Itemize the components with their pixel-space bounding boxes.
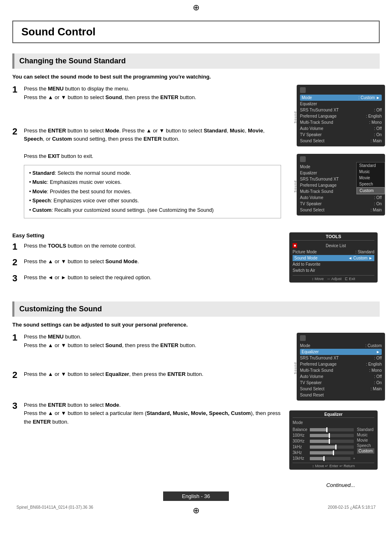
tools-panel-wrapper: TOOLS ■ Device List Picture Mode : Stand… [289, 232, 380, 285]
eq-3khz-fill [310, 451, 334, 454]
panel1-icon1 [300, 87, 306, 93]
easy-setting-content: Easy Setting 1 Press the TOOLS button on… [12, 232, 380, 289]
s2-step2-text: Press the ▲ or ▼ button to select Equali… [24, 370, 203, 380]
eq-mode-label: Mode [293, 419, 374, 426]
eq-300hz-fill [310, 440, 330, 443]
step1-bold1: MENU [48, 86, 64, 92]
footer-bar: English - 36 [163, 491, 229, 501]
eq-300hz-row: 300Hz [293, 438, 355, 444]
panel3-sound-row: Sound Select : Main [300, 386, 382, 392]
step2-text: Press the ENTER button to select Mode. P… [24, 127, 281, 223]
eq-balance-label: Balance [293, 427, 308, 432]
section2-text: 1 Press the MENU button. Press the ▲ or … [12, 333, 281, 432]
mode-option-movie: Movie [357, 175, 385, 181]
eq-sliders: Balance 100Hz [293, 427, 355, 461]
tv-panel3: Mode : Custom Equalizer ► SRS TruSurroun… [297, 333, 385, 401]
bullet-box: Standard: Selects the normal sound mode.… [24, 165, 281, 219]
tools-add-favorite: Add to Favorite [293, 261, 374, 267]
eq-1khz-row: 1kHz [293, 444, 355, 450]
easy-step3-num: 3 [12, 273, 20, 283]
panel1-row-sound: Sound Select : Main [300, 138, 382, 144]
tools-title: TOOLS [293, 234, 374, 241]
panel3-eq-row: Equalizer ► [300, 349, 382, 355]
section1-title: Changing the Sound Standard [19, 57, 126, 65]
section1-step2: 2 Press the ENTER button to select Mode.… [12, 127, 281, 223]
tools-device-icon: ■ [293, 243, 297, 248]
eq-1khz-label: 1kHz [293, 445, 308, 449]
tools-sound-mode: Sound Mode ◄ Custom ► [293, 255, 374, 261]
continued-text: Continued... [12, 482, 380, 488]
section-customizing-sound: Customizing the Sound The sound settings… [12, 301, 380, 470]
panel3-icons [300, 335, 382, 341]
panel1-row-multi: Multi-Track Sound : Mono [300, 119, 382, 125]
eq-300hz-bar [310, 440, 354, 443]
step1-num: 1 [12, 85, 20, 102]
eq-opt-movie: Movie [357, 438, 374, 443]
panel1-icons [300, 87, 382, 93]
mode-option-standard: Standard [357, 162, 385, 169]
easy-setting-text: Easy Setting 1 Press the TOOLS button on… [12, 232, 281, 289]
easy-setting: Easy Setting 1 Press the TOOLS button on… [12, 232, 380, 289]
page-title: Sound Control [21, 25, 96, 38]
panel1-mode-row: Mode : Custom ► [300, 95, 382, 101]
eq-10khz-label: 10kHz [293, 456, 308, 461]
eq-balance-handle [326, 427, 327, 432]
eq-100hz-fill [310, 434, 330, 437]
panel2-icon1 [300, 156, 306, 162]
section2-step3: 3 Press the ENTER button to select Mode.… [12, 401, 281, 426]
eq-3khz-label: 3kHz [293, 450, 308, 455]
eq-100hz-bar [310, 434, 354, 437]
s2-step1-num: 1 [12, 333, 20, 350]
section-changing-sound: Changing the Sound Standard You can sele… [12, 53, 380, 289]
compass-icon-top: ⊕ [193, 2, 200, 12]
section2-panels: Sound Mode : Custom Equalizer ► [289, 333, 380, 470]
eq-100hz-row: 100Hz [293, 433, 355, 438]
tools-picture-mode: Picture Mode : Standard [293, 249, 374, 255]
eq-content: Balance 100Hz [293, 427, 374, 461]
eq-3khz-handle [333, 450, 334, 455]
s2-step3-num: 3 [12, 401, 20, 426]
eq-1khz-bar [310, 445, 354, 449]
eq-balance-fill [310, 428, 327, 431]
page-title-box: Sound Control [12, 21, 380, 43]
panel1-mode-label: Mode [302, 95, 312, 100]
section1-header: Changing the Sound Standard [12, 53, 380, 69]
eq-1khz-handle [335, 445, 337, 450]
footer-meta-right: 2008-02-15 ¿ÀÈÄ 5:18:17 [328, 505, 376, 510]
easy-step2-num: 2 [12, 257, 20, 267]
section2-header: Customizing the Sound [12, 301, 380, 317]
eq-panel: Equalizer Mode Balance [289, 410, 378, 470]
panel1-eq-label: Equalizer [300, 102, 317, 106]
eq-nav: ↕ Move ↵ Enter ↩ Return [293, 463, 374, 468]
panel1-row-pref: Preferred Language : English [300, 113, 382, 119]
easy-step2-text: Press the ▲ or ▼ button to select Sound … [24, 257, 139, 267]
eq-opt-music: Music [357, 432, 374, 438]
footer-page-label: English - 36 [182, 493, 210, 499]
mode-option-music: Music [357, 169, 385, 175]
eq-3khz-bar [310, 451, 354, 454]
eq-title: Equalizer [293, 412, 374, 418]
section2-step2: 2 Press the ▲ or ▼ button to select Equa… [12, 370, 281, 380]
panel3-tv-row: TV Speaker : On [300, 380, 382, 386]
compass-icon-bottom: ⊕ [193, 505, 200, 515]
easy-step1-text: Press the TOOLS button on the remote con… [24, 242, 136, 252]
section2-content: 1 Press the MENU button. Press the ▲ or … [12, 333, 380, 470]
tv-panel1: Mode : Custom ► Equalizer SRS TruSurroun… [297, 85, 385, 146]
panel3-pref-row: Preferred Language : English [300, 361, 382, 367]
panel2-row-sound: Sound Select : Main [300, 207, 382, 213]
eq-options-list: Standard Music Movie Speech Custom [357, 427, 374, 461]
eq-300hz-label: 300Hz [293, 439, 308, 443]
panel3-wrapper: Sound Mode : Custom Equalizer ► [289, 333, 380, 404]
eq-opt-speech: Speech [357, 443, 374, 448]
s2-step3-text: Press the ENTER button to select Mode. P… [24, 401, 281, 426]
mode-option-speech: Speech [357, 181, 385, 187]
tv-panel2: Mode Equalizer SRS TruSurround XT Prefer… [297, 154, 385, 216]
tools-nav: ↕ Move ↔ Adjust ⊏ Exit [293, 275, 374, 281]
panel2-wrapper: Sound Mode Equalizer SRS T [289, 154, 380, 219]
panel2-icons [300, 156, 382, 162]
panel2-row-tv: TV Speaker : On [300, 201, 382, 207]
panel1-row-tv: TV Speaker : On [300, 132, 382, 138]
panel3-mode-row: Mode : Custom [300, 343, 382, 349]
tools-switch-air: Switch to Air [293, 267, 374, 273]
tools-panel: TOOLS ■ Device List Picture Mode : Stand… [289, 232, 378, 283]
